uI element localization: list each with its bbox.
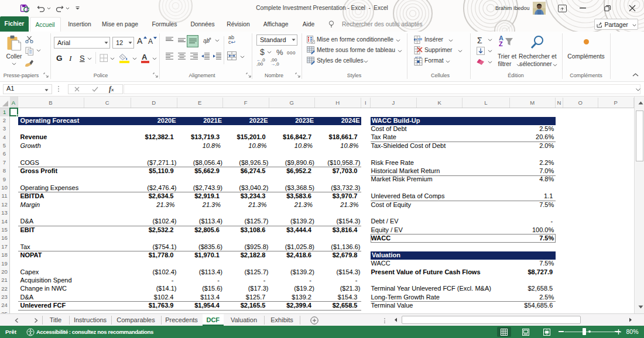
svg-text:ab: ab (203, 37, 210, 44)
